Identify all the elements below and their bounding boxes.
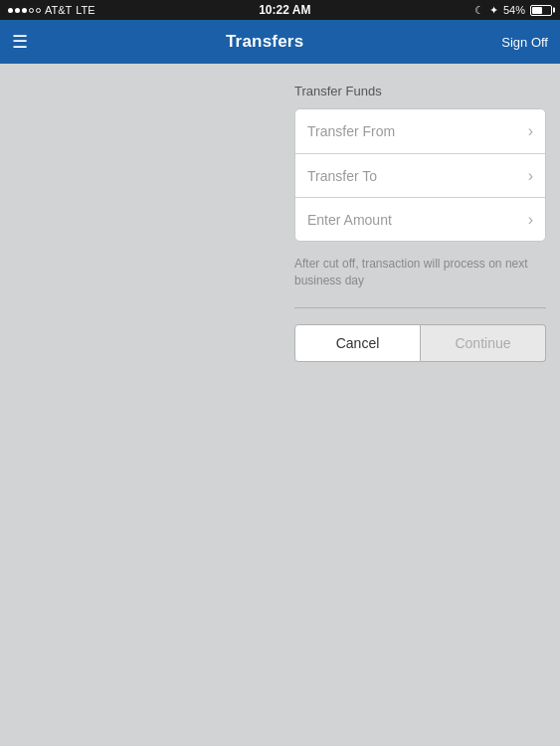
- signal-dot-2: [15, 8, 20, 13]
- menu-icon[interactable]: ☰: [12, 33, 28, 51]
- main-content: Transfer Funds Transfer From › Transfer …: [0, 64, 560, 746]
- transfer-from-chevron: ›: [528, 122, 533, 140]
- status-left: AT&T LTE: [8, 4, 95, 16]
- transfer-from-label: Transfer From: [307, 123, 395, 139]
- status-right: ☾ ✦ 54%: [474, 4, 552, 17]
- network-label: LTE: [76, 4, 94, 16]
- battery-fill: [532, 7, 542, 14]
- time-display: 10:22 AM: [259, 3, 310, 17]
- enter-amount-row[interactable]: Enter Amount ›: [295, 197, 545, 241]
- signal-dots: [8, 8, 41, 13]
- signal-dot-5: [36, 8, 41, 13]
- cancel-button[interactable]: Cancel: [294, 324, 421, 362]
- battery-percent: 54%: [503, 4, 525, 16]
- transfer-form-fields: Transfer From › Transfer To › Enter Amou…: [294, 108, 546, 242]
- left-panel: [0, 64, 280, 746]
- enter-amount-chevron: ›: [528, 211, 533, 229]
- button-row: Cancel Continue: [294, 324, 546, 362]
- transfer-from-row[interactable]: Transfer From ›: [295, 109, 545, 153]
- moon-icon: ☾: [474, 4, 484, 17]
- signal-dot-3: [22, 8, 27, 13]
- divider: [294, 307, 546, 308]
- signal-dot-1: [8, 8, 13, 13]
- nav-bar: ☰ Transfers Sign Off: [0, 20, 560, 64]
- nav-title: Transfers: [226, 32, 303, 52]
- carrier-label: AT&T: [45, 4, 72, 16]
- transfer-to-chevron: ›: [528, 167, 533, 185]
- sign-off-button[interactable]: Sign Off: [501, 35, 548, 50]
- bluetooth-icon: ✦: [489, 4, 498, 17]
- enter-amount-label: Enter Amount: [307, 212, 392, 228]
- transfer-to-row[interactable]: Transfer To ›: [295, 153, 545, 197]
- continue-button: Continue: [421, 324, 546, 362]
- transfer-to-label: Transfer To: [307, 168, 377, 184]
- section-title: Transfer Funds: [294, 84, 546, 98]
- signal-dot-4: [29, 8, 34, 13]
- status-bar: AT&T LTE 10:22 AM ☾ ✦ 54%: [0, 0, 560, 20]
- right-panel: Transfer Funds Transfer From › Transfer …: [280, 64, 560, 746]
- battery-icon: [530, 5, 552, 16]
- info-text: After cut off, transaction will process …: [294, 252, 546, 297]
